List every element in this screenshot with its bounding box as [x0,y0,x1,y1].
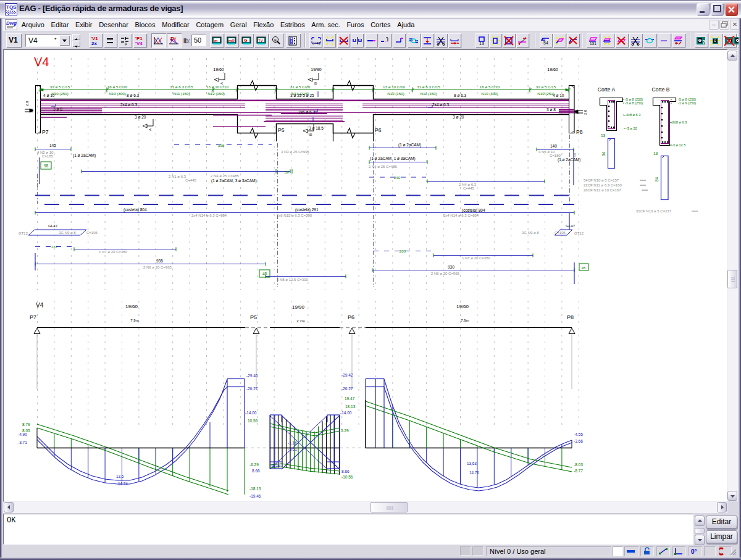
svg-text:2 N4 ø 25 C=485: 2 N4 ø 25 C=485 [211,174,240,178]
svg-text:19/60: 19/60 [213,67,224,72]
svg-text:-14.00: -14.00 [245,411,257,415]
svg-text:C=185: C=185 [42,154,54,158]
svg-text:2 N6 ø 20 C=965: 2 N6 ø 20 C=965 [431,272,460,275]
svg-text:145: 145 [49,143,56,148]
svg-text:8.79: 8.79 [22,422,30,427]
svg-text:-6.19: -6.19 [271,463,280,467]
svg-text:3G N9 ø 8: 3G N9 ø 8 [59,231,76,235]
svg-text:-14.00: -14.00 [340,411,352,415]
svg-text:p: p [125,41,127,46]
svg-text:-4.55: -4.55 [574,432,583,437]
svg-text:3 ø 25 5 ø 25: 3 ø 25 5 ø 25 [290,93,314,98]
svg-text:N10 (300): N10 (300) [481,91,498,96]
svg-text:-26.27: -26.27 [341,387,353,391]
svg-text:49: 49 [573,153,577,157]
svg-text:GL47: GL47 [566,224,576,228]
svg-text:8.66: 8.66 [252,469,260,473]
svg-text:GT12: GT12 [574,232,584,235]
svg-text:10.56: 10.56 [248,419,258,423]
svg-text:3 ø 8: 3 ø 8 [53,107,62,111]
svg-text:V4: V4 [34,55,49,69]
svg-text:Corte A: Corte A [598,86,616,93]
svg-text:A: A [148,128,152,131]
svg-text:(costela) 804: (costela) 804 [462,208,485,213]
svg-text:2.7m: 2.7m [296,319,304,323]
svg-text:2x6 ø 6.3 .: 2x6 ø 6.3 . [298,110,317,114]
svg-text:200: 200 [400,249,406,253]
svg-text:N12 (150): N12 (150) [387,91,404,96]
svg-text:-3 ø 20: -3 ø 20 [626,127,637,130]
svg-text:N11 (150): N11 (150) [420,91,437,96]
svg-text:19/90: 19/90 [292,304,305,310]
svg-text:19.47: 19.47 [345,396,355,401]
svg-text:G: G [244,38,248,43]
svg-text:14.74: 14.74 [118,482,128,486]
svg-text:13 ø 10 C/10: 13 ø 10 C/10 [383,85,405,89]
svg-text:31CF N13 ø 5 C=217: 31CF N13 ø 5 C=217 [636,209,672,213]
svg-text:(costela) 291: (costela) 291 [295,207,319,212]
svg-text:P8: P8 [576,129,583,135]
svg-text:B: B [314,82,317,85]
svg-text:398: 398 [218,143,225,148]
svg-text:131: 131 [590,41,597,46]
svg-text:4 ø 10: 4 ø 10 [43,93,55,98]
svg-text:-29.40: -29.40 [246,374,258,378]
svg-text:137: 137 [51,244,58,249]
svg-text:-1.61: -1.61 [288,447,297,451]
svg-text:-6.29: -6.29 [249,462,259,467]
svg-text:-8.77: -8.77 [574,469,583,473]
svg-text:-3.71: -3.71 [18,440,27,445]
svg-text:P7: P7 [30,314,36,320]
svg-text:C=445: C=445 [185,178,197,182]
svg-text:19/90: 19/90 [311,67,322,72]
svg-text:34: 34 [601,151,606,156]
svg-text:TQS: TQS [6,4,17,10]
svg-text:N12 (150): N12 (150) [207,91,225,96]
svg-text:-18.13: -18.13 [249,487,261,491]
svg-text:54: 54 [543,41,548,45]
svg-text:-19.46: -19.46 [249,494,261,498]
svg-text:-29.42: -29.42 [341,373,353,377]
svg-text:7.9m: 7.9m [130,319,138,322]
svg-text:C=106: C=106 [86,231,98,235]
svg-text:P5: P5 [250,314,257,320]
svg-text:C=106: C=106 [555,231,566,235]
svg-text:N10 (251): N10 (251) [537,91,555,96]
svg-text:(1 ø 2aCAM): (1 ø 2aCAM) [558,157,580,162]
svg-text:TV: TV [258,39,263,43]
svg-text:4x8 ø 6.3: 4x8 ø 6.3 [626,113,640,117]
svg-text:8 ø 6.3: 8 ø 6.3 [454,93,467,98]
svg-text:Corte B: Corte B [652,86,670,93]
svg-text:-10.56: -10.56 [341,475,353,479]
svg-text:14.76: 14.76 [469,470,479,475]
svg-text:2 N4 ø 25 C=485: 2 N4 ø 25 C=485 [369,165,398,169]
svg-text:2 N6 ø 20 C=965: 2 N6 ø 20 C=965 [143,265,172,269]
svg-text:3G N9 ø 8: 3G N9 ø 8 [522,231,539,235]
svg-text:31 ø 6.3 C/15: 31 ø 6.3 C/15 [170,85,193,89]
svg-text:16 ø 5 C/20: 16 ø 5 C/20 [107,85,128,89]
svg-text:3 ø 20: 3 ø 20 [135,115,146,119]
svg-text:(1 ø 2aCAM): (1 ø 2aCAM) [73,153,96,158]
svg-text:A: A [220,82,224,85]
svg-text:19/60: 19/60 [456,304,469,309]
svg-text:2 N1 ø 6.3: 2 N1 ø 6.3 [169,175,186,178]
svg-text:140: 140 [550,144,557,148]
svg-text:2x4 ø 6.3: 2x4 ø 6.3 [432,102,449,107]
svg-text:19/60: 19/60 [125,304,138,309]
svg-text:3 N3 ø 25 C=995: 3 N3 ø 25 C=995 [281,150,310,154]
svg-text:31 ø 5 C/15: 31 ø 5 C/15 [536,85,556,89]
svg-text:59: 59 [285,170,289,174]
svg-text:2.0: 2.0 [25,101,29,106]
svg-text:2x: 2x [91,41,97,46]
svg-text:2.0: 2.0 [584,109,587,115]
svg-text:'V4: 'V4 [135,41,143,46]
svg-text:B: B [309,133,312,136]
svg-text:?: ? [702,39,706,45]
svg-text:P8: P8 [567,314,574,320]
svg-text:13,6: 13,6 [116,474,124,479]
svg-text:-3 ø 8 (250): -3 ø 8 (250) [625,101,643,105]
svg-text:P6: P6 [348,314,354,320]
svg-text:0°: 0° [691,548,697,555]
svg-text:3 ø 18.5: 3 ø 18.5 [309,126,324,130]
svg-text:-1.16: -1.16 [288,441,297,445]
